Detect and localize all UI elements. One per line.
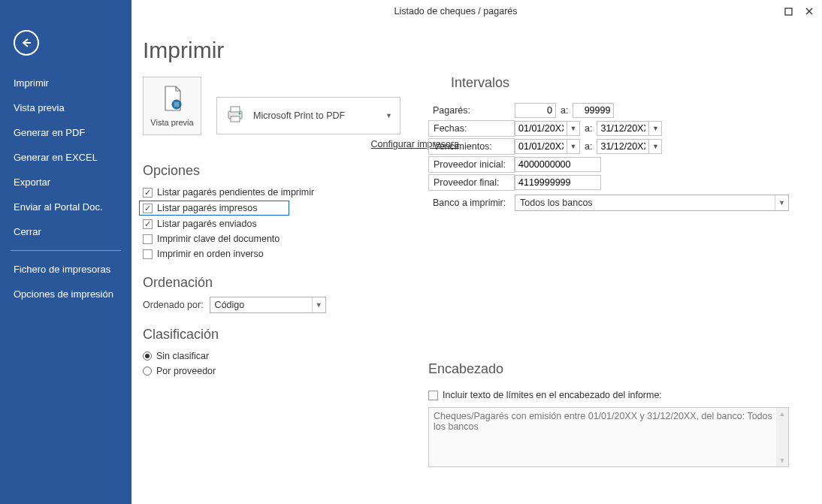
checkbox-icon xyxy=(143,219,153,229)
svg-point-6 xyxy=(239,113,241,115)
encabezado-heading: Encabezado xyxy=(428,361,789,377)
a-label: a: xyxy=(585,141,592,152)
svg-rect-5 xyxy=(231,116,240,122)
document-preview-icon xyxy=(161,85,183,115)
printer-name: Microsoft Print to PDF xyxy=(253,110,385,121)
printer-selector[interactable]: Microsoft Print to PDF ▼ xyxy=(216,97,400,134)
pagares-to-input[interactable] xyxy=(573,103,614,118)
proveedor-inicial-input[interactable] xyxy=(515,157,601,172)
close-button[interactable] xyxy=(801,3,817,20)
svg-rect-4 xyxy=(231,107,240,112)
fechas-button[interactable]: Fechas: xyxy=(428,120,515,137)
intervalos-heading: Intervalos xyxy=(451,75,789,91)
ordenado-por-combo[interactable]: Código ▼ xyxy=(210,297,326,313)
venc-to-input[interactable] xyxy=(597,139,649,154)
fechas-from-input[interactable] xyxy=(515,121,567,136)
vencimientos-button[interactable]: Vencimientos: xyxy=(428,138,515,155)
back-button[interactable] xyxy=(14,30,39,56)
chevron-down-icon: ▼ xyxy=(778,199,785,207)
window-title: Listado de cheques / pagarés xyxy=(131,6,780,17)
opcion-label: Listar pagarés impresos xyxy=(157,203,257,213)
venc-to-date[interactable]: ▼ xyxy=(597,139,662,154)
radio-icon xyxy=(143,367,152,376)
opcion-label: Listar pagarés enviados xyxy=(157,219,257,229)
fechas-to-input[interactable] xyxy=(597,121,649,136)
fechas-from-date[interactable]: ▼ xyxy=(515,121,580,136)
opcion-label: Imprimir clave del documento xyxy=(157,234,280,244)
sidebar-item-cerrar[interactable]: Cerrar xyxy=(0,219,131,244)
scrollbar[interactable]: ▲ ▼ xyxy=(776,408,788,466)
maximize-button[interactable] xyxy=(780,3,796,20)
proveedor-final-input[interactable] xyxy=(515,175,601,190)
chevron-down-icon[interactable]: ▼ xyxy=(649,139,662,154)
proveedor-final-button[interactable]: Proveedor final: xyxy=(428,174,515,191)
scroll-up-icon[interactable]: ▲ xyxy=(776,408,788,420)
banco-label: Banco a imprimir: xyxy=(428,198,515,208)
sidebar-item-vista-previa[interactable]: Vista previa xyxy=(0,95,131,120)
pagares-label: Pagarés: xyxy=(428,105,515,116)
chevron-down-icon: ▼ xyxy=(385,112,392,119)
pagares-from-input[interactable] xyxy=(515,103,556,118)
printer-icon xyxy=(225,105,246,126)
sidebar-item-opciones-impresion[interactable]: Opciones de impresión xyxy=(0,282,131,306)
a-label: a: xyxy=(561,105,568,116)
venc-from-input[interactable] xyxy=(515,139,567,154)
checkbox-icon xyxy=(143,188,153,198)
vista-previa-label: Vista previa xyxy=(150,118,193,127)
checkbox-icon xyxy=(143,249,153,259)
clasificacion-label: Por proveedor xyxy=(156,366,216,376)
configure-printer-link[interactable]: Configurar impresora xyxy=(201,139,459,149)
sidebar-item-enviar-portal[interactable]: Enviar al Portal Doc. xyxy=(0,195,131,219)
checkbox-icon xyxy=(143,204,153,213)
opcion-label: Listar pagarés pendientes de imprimir xyxy=(157,187,314,198)
venc-from-date[interactable]: ▼ xyxy=(515,139,580,154)
encabezado-text: Cheques/Pagarés con emisión entre 01/01/… xyxy=(434,411,772,432)
page-title: Imprimir xyxy=(143,38,814,63)
chevron-down-icon[interactable]: ▼ xyxy=(567,139,580,154)
incluir-limites-checkbox[interactable]: Incluir texto de límites en el encabezad… xyxy=(428,388,789,403)
sidebar-item-generar-excel[interactable]: Generar en EXCEL xyxy=(0,145,131,170)
sidebar-item-fichero-impresoras[interactable]: Fichero de impresoras xyxy=(0,257,131,282)
banco-combo[interactable]: Todos los bancos ▼ xyxy=(515,195,789,211)
sidebar-item-exportar[interactable]: Exportar xyxy=(0,170,131,195)
svg-rect-2 xyxy=(174,102,179,107)
chevron-down-icon: ▼ xyxy=(316,301,322,309)
ordenado-por-value: Código xyxy=(210,300,312,310)
clasificacion-label: Sin clasificar xyxy=(156,351,209,361)
fechas-to-date[interactable]: ▼ xyxy=(597,121,662,136)
chevron-down-icon[interactable]: ▼ xyxy=(649,121,662,136)
svg-rect-0 xyxy=(785,8,792,15)
a-label: a: xyxy=(585,123,592,134)
vista-previa-button[interactable]: Vista previa xyxy=(143,77,201,135)
sidebar-item-generar-pdf[interactable]: Generar en PDF xyxy=(0,120,131,145)
incluir-limites-label: Incluir texto de límites en el encabezad… xyxy=(443,390,662,400)
scroll-down-icon[interactable]: ▼ xyxy=(776,454,788,466)
ordenado-por-label: Ordenado por: xyxy=(143,300,204,310)
sidebar-item-imprimir[interactable]: Imprimir xyxy=(0,71,131,95)
proveedor-inicial-button[interactable]: Proveedor inicial: xyxy=(428,156,515,173)
checkbox-icon xyxy=(143,234,153,244)
opcion-checkbox-1[interactable]: Listar pagarés impresos xyxy=(139,201,289,216)
encabezado-textarea[interactable]: Cheques/Pagarés con emisión entre 01/01/… xyxy=(428,407,789,467)
banco-value: Todos los bancos xyxy=(515,198,775,208)
radio-icon xyxy=(143,352,152,361)
chevron-down-icon[interactable]: ▼ xyxy=(567,121,580,136)
opcion-label: Imprimir en orden inverso xyxy=(157,249,264,259)
